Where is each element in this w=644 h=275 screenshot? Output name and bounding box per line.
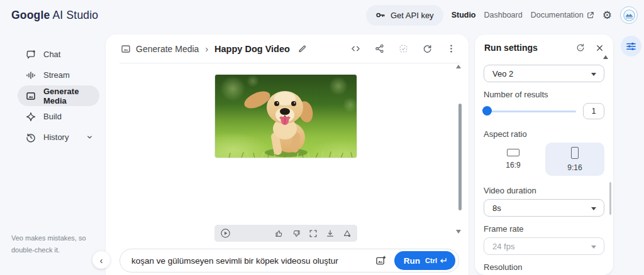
model-select[interactable]: Veo 2 xyxy=(484,65,604,82)
edit-title-pencil-icon[interactable] xyxy=(297,44,307,53)
fullscreen-icon[interactable] xyxy=(309,229,318,238)
main-header: Generate Media › Happy Dog Video xyxy=(106,35,469,63)
video-duration-label: Video duration xyxy=(484,186,604,195)
chevron-down-icon[interactable] xyxy=(86,134,93,141)
breadcrumb-separator: › xyxy=(205,44,208,54)
sidebar-item-stream[interactable]: Stream xyxy=(18,65,99,85)
nav-studio[interactable]: Studio xyxy=(452,11,476,19)
share-icon[interactable] xyxy=(375,44,384,53)
nav-dashboard[interactable]: Dashboard xyxy=(484,11,523,19)
chat-icon xyxy=(26,50,36,60)
reset-settings-icon[interactable] xyxy=(575,43,586,53)
generate-media-icon xyxy=(26,91,36,101)
panel-scrollbar-thumb[interactable] xyxy=(609,182,611,215)
aspect-ratio-label: Aspect ratio xyxy=(484,129,604,139)
sidebar-item-label: Generate Media xyxy=(43,87,99,105)
results-slider-thumb[interactable] xyxy=(482,106,492,116)
results-value-box[interactable]: 1 xyxy=(583,103,604,119)
run-shortcut: Ctrl xyxy=(425,257,447,264)
run-button[interactable]: Run Ctrl xyxy=(394,251,455,270)
header-divider xyxy=(119,63,460,63)
aspect-option-label: 9:16 xyxy=(567,163,582,172)
play-icon[interactable] xyxy=(220,228,231,239)
settings-gear-icon[interactable]: ⚙ xyxy=(602,10,612,21)
main-content-card: Generate Media › Happy Dog Video xyxy=(106,35,469,275)
generated-video-thumbnail[interactable] xyxy=(214,74,357,158)
topbar-right: Get API key Studio Dashboard Documentati… xyxy=(366,0,638,30)
app-logo-rest: AI Studio xyxy=(52,9,98,21)
puppy-video-still xyxy=(215,75,357,158)
frame-rate-select[interactable]: 24 fps xyxy=(484,237,604,255)
topbar: GoogleAI Studio Get API key Studio Dashb… xyxy=(0,0,644,30)
sidebar-item-history[interactable]: History xyxy=(18,127,99,148)
save-icon[interactable] xyxy=(399,44,408,53)
sidebar-item-generate-media[interactable]: Generate Media xyxy=(18,85,99,106)
main-scrollbar-thumb[interactable] xyxy=(458,104,462,210)
model-disclaimer: Veo makes mistakes, so double-check it. xyxy=(11,232,94,256)
video-duration-value: 8s xyxy=(492,203,501,213)
avatar-mountain-logo xyxy=(623,9,636,22)
drive-export-icon[interactable] xyxy=(343,229,352,238)
get-api-key-button[interactable]: Get API key xyxy=(366,5,443,26)
sidebar-item-label: History xyxy=(43,132,69,142)
aspect-option-16-9[interactable]: 16:9 xyxy=(484,143,543,176)
sidebar: Chat Stream Generate Media Build History xyxy=(0,30,106,275)
thumbs-up-icon[interactable] xyxy=(275,229,284,238)
key-icon xyxy=(375,10,386,20)
caret-down-icon xyxy=(591,245,596,249)
video-controls-bar xyxy=(214,225,357,242)
model-select-value: Veo 2 xyxy=(492,69,513,78)
caret-down-icon xyxy=(591,207,596,210)
number-of-results-row: 1 xyxy=(484,103,604,119)
aspect-option-label: 16:9 xyxy=(506,161,520,170)
app-logo-bold: Google xyxy=(11,9,50,21)
aspect-ratio-options: 16:9 9:16 xyxy=(484,143,604,176)
frame-rate-label: Frame rate xyxy=(484,224,604,234)
close-icon[interactable] xyxy=(596,44,604,52)
aspect-option-9-16[interactable]: 9:16 xyxy=(545,143,604,176)
sidebar-item-chat[interactable]: Chat xyxy=(18,44,99,65)
thumbs-down-icon[interactable] xyxy=(292,229,301,238)
avatar[interactable] xyxy=(620,6,638,24)
app-logo[interactable]: GoogleAI Studio xyxy=(11,9,98,22)
prompt-input[interactable]: koşan ve gülümseyen sevimli bir köpek vi… xyxy=(131,256,375,266)
video-player xyxy=(214,74,357,242)
caret-down-icon xyxy=(591,73,596,76)
breadcrumb-generate-media[interactable]: Generate Media xyxy=(121,44,199,54)
sidebar-item-build[interactable]: Build xyxy=(18,106,99,127)
download-icon[interactable] xyxy=(326,229,335,238)
page-title: Happy Dog Video xyxy=(214,44,290,54)
results-slider[interactable] xyxy=(484,111,576,112)
sidebar-item-label: Chat xyxy=(43,50,60,59)
stream-icon xyxy=(26,70,36,80)
run-settings-header: Run settings xyxy=(475,35,613,61)
nav-documentation[interactable]: Documentation xyxy=(531,11,594,19)
panel-scroll-up-arrow[interactable] xyxy=(603,55,608,59)
external-link-icon xyxy=(587,11,594,19)
chevron-left-icon: ‹ xyxy=(100,255,103,266)
header-actions xyxy=(351,44,456,53)
portrait-rect-icon xyxy=(571,147,579,159)
toggle-run-settings-button[interactable] xyxy=(621,36,641,57)
sidebar-item-label: Stream xyxy=(43,70,70,80)
sidebar-collapse-button[interactable]: ‹ xyxy=(92,251,110,269)
add-image-icon[interactable] xyxy=(375,256,386,266)
run-settings-panel: Run settings Veo 2 Number of results 1 A… xyxy=(475,35,613,275)
scroll-down-arrow[interactable] xyxy=(456,230,461,234)
media-icon xyxy=(121,44,131,54)
tune-sliders-icon xyxy=(625,40,637,52)
enter-arrow-icon xyxy=(439,257,447,264)
scroll-up-arrow[interactable] xyxy=(456,65,461,68)
history-icon xyxy=(26,132,36,143)
video-duration-select[interactable]: 8s xyxy=(484,199,604,217)
more-options-kebab-icon[interactable] xyxy=(447,44,456,53)
get-code-icon[interactable] xyxy=(351,44,360,53)
run-button-label: Run xyxy=(404,256,420,266)
sidebar-item-label: Build xyxy=(43,112,62,121)
breadcrumb-root-label: Generate Media xyxy=(136,44,199,54)
frame-rate-value: 24 fps xyxy=(492,242,514,251)
get-api-key-label: Get API key xyxy=(391,11,434,20)
refresh-icon[interactable] xyxy=(423,44,432,53)
resolution-label: Resolution xyxy=(484,262,604,272)
nav-documentation-label: Documentation xyxy=(531,11,584,19)
